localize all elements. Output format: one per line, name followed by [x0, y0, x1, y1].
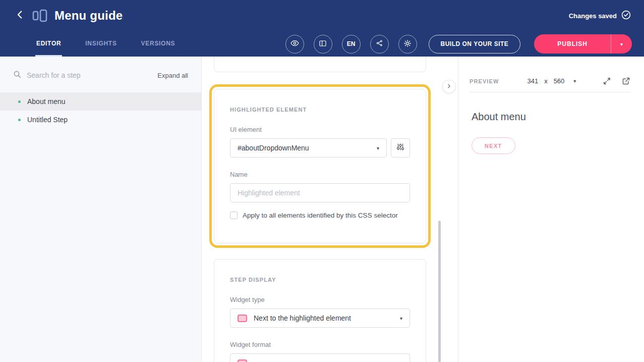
step-list: About menu Untitled Step [0, 92, 201, 129]
highlighted-element-card: HIGHLIGHTED ELEMENT UI element #aboutDro… [214, 89, 426, 243]
tab-editor[interactable]: EDITOR [35, 31, 62, 57]
step-label: Untitled Step [27, 116, 68, 124]
widget-tooltip-icon [238, 315, 247, 322]
share-icon [376, 39, 383, 48]
back-button[interactable] [13, 9, 27, 23]
step-status-dot [18, 100, 21, 103]
step-label: About menu [27, 97, 66, 106]
chevron-down-icon: ▾ [377, 145, 379, 151]
sidebar-item-untitled-step[interactable]: Untitled Step [0, 111, 201, 129]
back-arrow-icon [15, 9, 26, 22]
section-title: HIGHLIGHTED ELEMENT [230, 107, 410, 113]
ui-element-value: #aboutDropdownMenu [238, 144, 309, 152]
layout-columns-icon [319, 39, 327, 49]
preview-header: PREVIEW 341 x 560 ▾ [470, 70, 630, 92]
language-label: EN [347, 40, 356, 47]
open-external-button[interactable] [622, 77, 630, 85]
app-window: Menu guide Changes saved EDITOR INSIGHTS… [0, 0, 644, 362]
top-bar: Menu guide Changes saved EDITOR INSIGHTS… [0, 0, 644, 57]
eye-icon [290, 39, 299, 49]
apply-all-label: Apply to all elements identified by this… [243, 212, 398, 219]
widget-tooltip-icon [238, 359, 247, 362]
steps-sidebar: Expand all About menu Untitled Step [0, 57, 202, 362]
step-settings-canvas: HIGHLIGHTED ELEMENT UI element #aboutDro… [202, 57, 458, 362]
preview-panel: PREVIEW 341 x 560 ▾ About menu NEXT [458, 57, 644, 362]
widget-format-select[interactable]: ▾ [230, 353, 410, 362]
editor-tabs: EDITOR INSIGHTS VERSIONS [35, 31, 176, 57]
highlighted-element-card-outline: HIGHLIGHTED ELEMENT UI element #aboutDro… [209, 84, 431, 248]
ui-element-label: UI element [230, 126, 410, 133]
changes-saved-label: Changes saved [569, 12, 617, 20]
check-circle-icon [621, 10, 631, 21]
name-label: Name [230, 171, 410, 178]
search-icon [13, 70, 21, 80]
canvas-scrollbar[interactable] [438, 221, 441, 362]
widget-type-value: Next to the highlighted element [254, 314, 351, 322]
chevron-down-icon: ▾ [573, 78, 576, 84]
publish-button-group: PUBLISH ▾ [534, 34, 632, 54]
preview-eye-button[interactable] [285, 35, 304, 54]
chevron-down-icon: ▾ [620, 41, 623, 47]
language-button[interactable]: EN [342, 35, 361, 54]
preview-height-value: 560 [554, 77, 565, 85]
chevron-right-icon [446, 82, 452, 91]
app-logo-icon [32, 9, 47, 22]
sidebar-item-about-menu[interactable]: About menu [0, 92, 201, 111]
preview-body: About menu NEXT [458, 92, 644, 173]
element-picker-settings-button[interactable] [391, 138, 410, 158]
next-button[interactable]: NEXT [472, 137, 515, 154]
topbar-actions: EN BUILD ON YOUR SITE PUBLISH ▾ [285, 34, 632, 54]
settings-button[interactable] [398, 35, 417, 54]
chevron-down-icon: ▾ [400, 316, 402, 321]
expand-all-link[interactable]: Expand all [157, 72, 188, 79]
publish-button[interactable]: PUBLISH [534, 34, 611, 54]
layout-panel-button[interactable] [314, 35, 332, 54]
search-input[interactable] [27, 71, 152, 79]
dimension-separator: x [544, 77, 548, 85]
chevron-down-icon: ▾ [400, 360, 402, 362]
tab-versions[interactable]: VERSIONS [140, 31, 177, 57]
widget-type-select[interactable]: Next to the highlighted element ▾ [230, 308, 410, 328]
sliders-icon [396, 143, 404, 153]
preview-actions [603, 77, 630, 85]
tab-insights[interactable]: INSIGHTS [84, 31, 118, 57]
collapse-panel-button[interactable] [442, 80, 456, 93]
expand-preview-button[interactable] [603, 77, 611, 85]
apply-all-checkbox[interactable] [230, 212, 238, 219]
widget-format-label: Widget format [230, 341, 410, 348]
page-title: Menu guide [54, 9, 123, 23]
changes-saved-status: Changes saved [569, 10, 631, 21]
section-title: STEP DISPLAY [230, 277, 410, 283]
gear-icon [403, 39, 412, 49]
share-button[interactable] [370, 35, 389, 54]
step-status-dot [18, 119, 21, 121]
preview-size-dropdown[interactable]: 341 x 560 ▾ [527, 77, 576, 85]
build-on-your-site-button[interactable]: BUILD ON YOUR SITE [429, 35, 521, 54]
apply-all-row: Apply to all elements identified by this… [230, 212, 410, 219]
previous-settings-card [214, 57, 426, 72]
preview-step-title: About menu [472, 111, 631, 123]
highlighted-element-name-input[interactable] [230, 183, 410, 202]
preview-width-value: 341 [527, 77, 538, 85]
preview-title: PREVIEW [470, 78, 499, 84]
ui-element-select[interactable]: #aboutDropdownMenu ▾ [230, 138, 387, 158]
publish-dropdown-button[interactable]: ▾ [611, 34, 632, 54]
step-display-card: STEP DISPLAY Widget type Next to the hig… [214, 259, 426, 362]
step-search-row: Expand all [0, 70, 201, 80]
widget-type-label: Widget type [230, 296, 410, 303]
